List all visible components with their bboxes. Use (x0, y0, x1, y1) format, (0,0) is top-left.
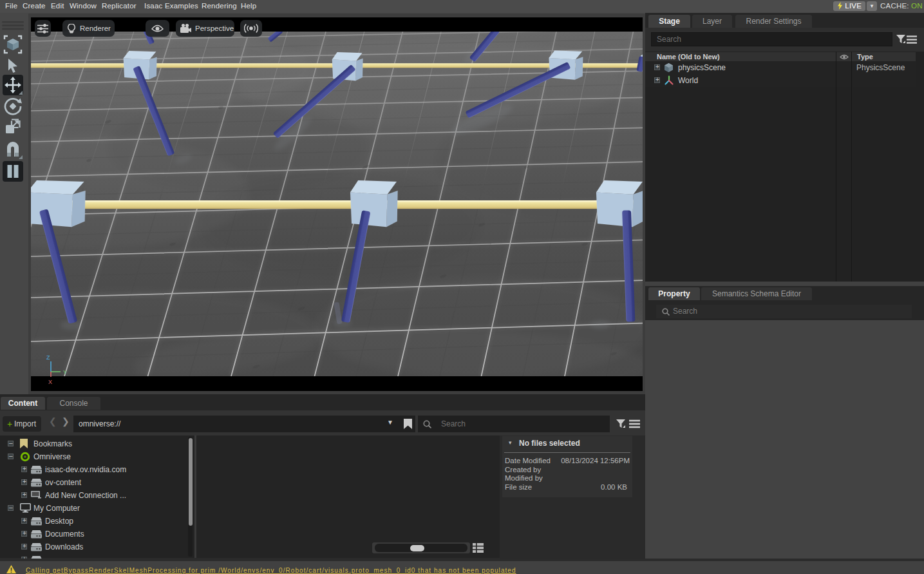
svg-text:Y: Y (63, 369, 67, 376)
svg-text:X: X (48, 379, 52, 385)
svg-text:Z: Z (46, 354, 50, 361)
